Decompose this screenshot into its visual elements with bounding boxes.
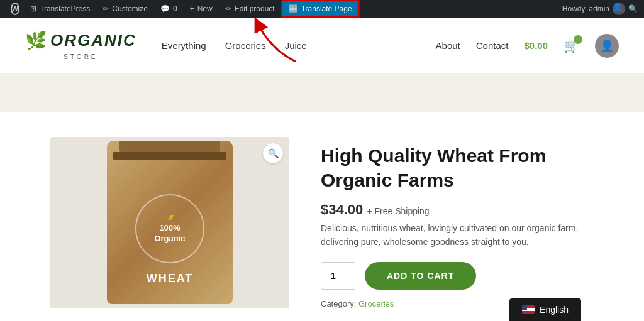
customize-label: Customize (112, 4, 148, 13)
customize-button[interactable]: ✏ Customize (96, 0, 154, 18)
product-zoom-button[interactable]: 🔍 (263, 143, 283, 163)
nav-right: About Contact $0.00 🛒 0 👤 (436, 34, 619, 58)
translate-press-menu[interactable]: ⊞ TranslatePress (24, 0, 96, 18)
category-label: Category: (321, 299, 356, 308)
nav-contact[interactable]: Contact (476, 40, 509, 51)
translate-page-button[interactable]: 🔤 Translate Page (281, 0, 360, 18)
admin-bar: W ⊞ TranslatePress ✏ Customize 💬 0 + New… (0, 0, 644, 18)
add-to-cart-button[interactable]: ADD TO CART (365, 262, 476, 290)
product-title: High Quality Wheat From Organic Farms (321, 143, 594, 192)
admin-avatar[interactable]: 👤 (613, 3, 625, 15)
flag-icon (522, 305, 535, 314)
translate-press-label: TranslatePress (40, 4, 90, 13)
logo-leaf-icon: 🌿 (25, 32, 47, 50)
user-avatar[interactable]: 👤 (595, 34, 619, 58)
add-to-cart-row: ADD TO CART (321, 262, 594, 290)
language-label: English (540, 305, 569, 315)
wp-logo-button[interactable]: W (6, 0, 24, 18)
product-price: $34.00 + Free Shipping (321, 202, 594, 218)
cart-price: $0.00 (524, 40, 548, 51)
nav-about[interactable]: About (436, 40, 460, 51)
customize-icon: ✏ (103, 4, 109, 13)
translate-page-label: Translate Page (301, 4, 352, 13)
translate-page-icon: 🔤 (289, 4, 298, 13)
bag-organic: Organic (154, 234, 185, 244)
admin-bar-right: Howdy, admin 👤 🔍 (562, 3, 638, 15)
price-value: $34.00 (321, 202, 363, 217)
product-details: High Quality Wheat From Organic Farms $3… (321, 137, 594, 308)
product-image: 🌾 100% Organic WHEAT (107, 141, 233, 304)
bag-percent: 100% (159, 223, 180, 234)
nav-juice[interactable]: Juice (285, 40, 307, 51)
shipping-label: + Free Shipping (367, 206, 429, 216)
logo-text: ORGANIC (50, 31, 136, 50)
main-header: 🌿 ORGANIC STORE Everything Groceries Jui… (0, 18, 644, 74)
comments-icon: 💬 (160, 4, 170, 13)
edit-product-icon: ✏ (225, 4, 231, 13)
new-button[interactable]: + New (184, 0, 219, 18)
quantity-input[interactable] (321, 262, 355, 290)
product-description: Delicious, nutritious wheat, lovingly cu… (321, 221, 594, 249)
new-icon: + (190, 4, 194, 13)
wp-logo-icon: W (11, 3, 19, 15)
logo-subtitle: STORE (64, 52, 97, 60)
bag-circle: 🌾 100% Organic (135, 194, 204, 263)
bag-product-label: WHEAT (147, 272, 194, 285)
howdy-greeting: Howdy, admin (562, 4, 609, 13)
primary-nav: Everything Groceries Juice (162, 40, 307, 51)
edit-product-button[interactable]: ✏ Edit product (219, 0, 281, 18)
site-logo[interactable]: 🌿 ORGANIC STORE (25, 31, 136, 60)
language-switcher[interactable]: English (509, 298, 581, 321)
category-link[interactable]: Groceries (358, 299, 394, 308)
product-section: 🔍 🌾 100% Organic WHEAT High Quality Whea… (0, 112, 644, 321)
new-label: New (197, 4, 213, 13)
cart-button[interactable]: 🛒 0 (564, 38, 579, 53)
nav-groceries[interactable]: Groceries (225, 40, 266, 51)
bag-seal (113, 152, 226, 160)
cart-count: 0 (574, 35, 582, 44)
bag-circle-text: 🌾 (165, 214, 174, 222)
nav-everything[interactable]: Everything (162, 40, 206, 51)
product-image-container: 🔍 🌾 100% Organic WHEAT (50, 137, 289, 308)
zoom-icon: 🔍 (268, 148, 279, 158)
avatar-icon: 👤 (600, 39, 614, 53)
bag-top (119, 141, 220, 152)
comments-count: 0 (173, 4, 177, 13)
admin-search-icon[interactable]: 🔍 (628, 4, 638, 13)
logo-image: 🌿 ORGANIC (25, 31, 136, 50)
translate-press-icon: ⊞ (30, 4, 36, 13)
comments-button[interactable]: 💬 0 (154, 0, 184, 18)
hero-banner (0, 74, 644, 112)
edit-product-label: Edit product (235, 4, 275, 13)
